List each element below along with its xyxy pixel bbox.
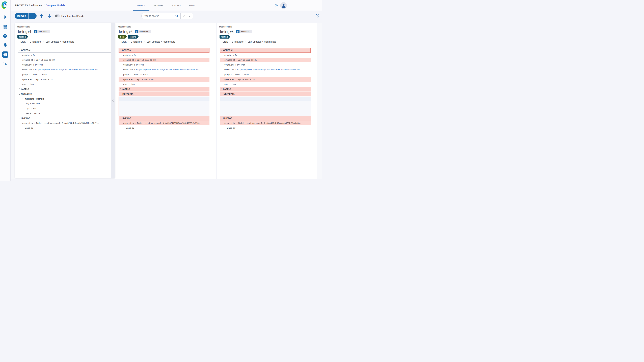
svg-text:c: c	[4, 3, 7, 7]
